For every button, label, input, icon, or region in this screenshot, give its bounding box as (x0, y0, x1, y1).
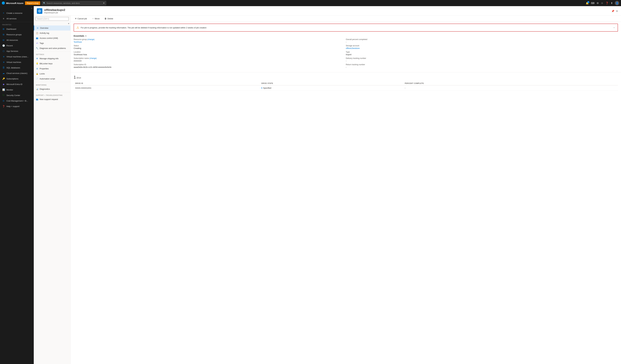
essentials-title: Essentials (74, 35, 84, 37)
sidebar-item-resource-groups[interactable]: ⧉ Resource groups (0, 32, 34, 37)
col-drive-state: DRIVE STATE (260, 82, 403, 85)
delete-icon: 🗑 (104, 17, 107, 20)
resource-groups-icon: ⧉ (2, 33, 5, 36)
help-support-icon: ❓ (2, 105, 5, 108)
recent-icon: 🕐 (2, 44, 5, 47)
nav-item-activity-log[interactable]: 📋 Activity log (34, 31, 70, 35)
sidebar-item-dashboard[interactable]: ⊞ Dashboard (0, 26, 34, 32)
report-bug-button[interactable]: Report a bug (25, 1, 40, 5)
sidebar-label: Resource groups (6, 34, 22, 36)
sidebar-label: All services (6, 17, 17, 20)
cloud-icon: ☁ (2, 72, 5, 74)
help-icon[interactable]: ❓ (605, 2, 609, 5)
sidebar-item-virtual-machines[interactable]: 🖥 Virtual machines (0, 59, 34, 65)
resource-group-change-link[interactable]: (change) (87, 38, 94, 40)
nav-item-new-support[interactable]: 👥 New support request (34, 97, 70, 102)
col-drive-id: DRIVE ID (74, 82, 260, 85)
tags-icon: 🏷 (36, 42, 38, 44)
sidebar-label: Security Center (6, 94, 20, 97)
essentials-grid: Resource group (change) TestShare Status… (70, 38, 621, 72)
nav-label: New support request (40, 98, 58, 101)
subscription-name-value: AAAAAA (74, 60, 343, 62)
drive-table: DRIVE ID DRIVE STATE PERCENT COMPLETE AA… (74, 82, 618, 90)
notifications-icon[interactable]: 🔔 7 (586, 2, 589, 5)
brand-label: Microsoft Azure (6, 2, 23, 4)
sidebar-item-virtual-machines-classic[interactable]: 🖥 Virtual machines (class... (0, 54, 34, 59)
sidebar-collapse-button[interactable]: « (0, 6, 34, 10)
left-nav-collapse-button[interactable]: « (34, 22, 70, 25)
feedback-icon[interactable]: ☺ (601, 2, 603, 4)
nav-label: Manage shipping info (40, 57, 59, 60)
sidebar-item-cloud-services[interactable]: ☁ Cloud services (classic) (0, 70, 34, 76)
sidebar-label: Virtual machines (6, 61, 21, 63)
drive-id-cell: AAAA-AAAA1AA1 (74, 85, 260, 90)
subscription-name-change-link[interactable]: (change) (89, 57, 97, 59)
status-value: Creating (74, 47, 343, 49)
resource-group-value[interactable]: TestShare (74, 41, 82, 43)
sidebar: « + Create a resource ≡ All services FAV… (0, 6, 34, 364)
search-clear-icon[interactable]: ✕ (103, 2, 105, 4)
sidebar-item-all-services[interactable]: ≡ All services (0, 16, 34, 21)
left-nav-search-input[interactable] (35, 17, 69, 21)
nav-item-tags[interactable]: 🏷 Tags (34, 41, 70, 46)
delete-button[interactable]: 🗑 Delete (103, 17, 114, 20)
pin-icon[interactable]: 📌 (611, 10, 614, 13)
nav-item-manage-shipping[interactable]: ⚙ Manage shipping info (34, 56, 70, 61)
overall-percent-value: - (346, 41, 615, 43)
sidebar-label: Cloud services (classic) (6, 72, 27, 74)
favorites-label: FAVORITES (0, 23, 34, 26)
sidebar-item-app-services[interactable]: ⬡ App Services (0, 48, 34, 54)
subscription-id-label: Subscription ID (74, 64, 343, 66)
settings-icon[interactable]: ⚙ (597, 2, 599, 5)
sidebar-item-recent[interactable]: 🕐 Recent (0, 43, 34, 48)
sidebar-label: Cost Management + B... (6, 100, 28, 102)
storage-account-value[interactable]: offlinev2teststore (346, 47, 360, 49)
user-avatar[interactable]: 👤 (615, 1, 619, 5)
sidebar-item-sql-databases[interactable]: 🗄 SQL databases (0, 65, 34, 70)
move-button[interactable]: → Move (90, 17, 101, 20)
nav-item-locks[interactable]: 🔒 Locks (34, 71, 70, 76)
drive-section: 1 drive DRIVE ID DRIVE STATE PERCENT COM… (70, 72, 621, 93)
properties-icon: ⊟ (36, 67, 38, 70)
nav-label: Diagnose and solve problems (40, 47, 66, 49)
topbar: Microsoft Azure Report a bug 🔍 ✕ 🔔 7 ⌨ ⚙… (0, 0, 621, 6)
sidebar-item-subscriptions[interactable]: 🔑 Subscriptions (0, 76, 34, 82)
sidebar-item-create-resource[interactable]: + Create a resource (0, 10, 34, 16)
close-panel-icon[interactable]: ✕ (616, 10, 618, 13)
cancel-label: Cancel job (77, 17, 87, 20)
col-percent-complete: PERCENT COMPLETE (403, 82, 618, 85)
move-icon: → (92, 17, 94, 20)
nav-item-bitlocker[interactable]: 💡 BitLocker keys (34, 61, 70, 66)
cancel-job-button[interactable]: ✕ Cancel job (74, 17, 88, 20)
nav-item-properties[interactable]: ⊟ Properties (34, 66, 70, 71)
terminal-icon[interactable]: ⌨ (591, 2, 594, 5)
sidebar-label: Monitor (6, 89, 13, 91)
sidebar-label: Recent (6, 45, 13, 47)
essentials-chevron-icon: ∧ (85, 35, 86, 37)
collapse-arrows-icon: « (68, 22, 69, 25)
essentials-type: Type Import (346, 51, 615, 56)
share-icon[interactable]: ⬆ (611, 2, 613, 5)
delivery-tracking-value: - (346, 60, 615, 62)
essentials-status: Status Creating (74, 45, 343, 49)
sidebar-item-help-support[interactable]: ❓ Help + support (0, 104, 34, 109)
essentials-header[interactable]: Essentials ∧ (70, 34, 621, 38)
search-input[interactable] (47, 2, 102, 4)
sidebar-item-security-center[interactable]: 🛡 Security Center (0, 92, 34, 98)
sidebar-item-microsoft-entra[interactable]: ◆ Microsoft Entra ID (0, 82, 34, 87)
essentials-resource-group: Resource group (change) TestShare (74, 38, 343, 43)
sidebar-item-monitor[interactable]: 📊 Monitor (0, 87, 34, 92)
sidebar-item-all-resources[interactable]: ⊟ All resources (0, 37, 34, 43)
nav-item-diagnostics[interactable]: 📊 Diagnostics (34, 87, 70, 92)
nav-item-automation[interactable]: 📄 Automation script (34, 76, 70, 81)
sidebar-label: App Services (6, 50, 18, 52)
essentials-return-tracking: Return tracking number - (346, 64, 615, 68)
nav-label: Properties (40, 68, 49, 70)
warning-link-icon[interactable]: → (613, 26, 615, 29)
resource-panel: offlinebackupv2 Import/export job 📌 ✕ « (34, 6, 621, 364)
drive-word: drive (76, 77, 81, 79)
nav-item-access-control[interactable]: 👥 Access control (IAM) (34, 35, 70, 41)
nav-item-overview[interactable]: ⊙ Overview (34, 25, 70, 31)
nav-item-diagnose[interactable]: 🔧 Diagnose and solve problems (34, 46, 70, 51)
sidebar-item-cost-management[interactable]: ⊙ Cost Management + B... (0, 98, 34, 104)
